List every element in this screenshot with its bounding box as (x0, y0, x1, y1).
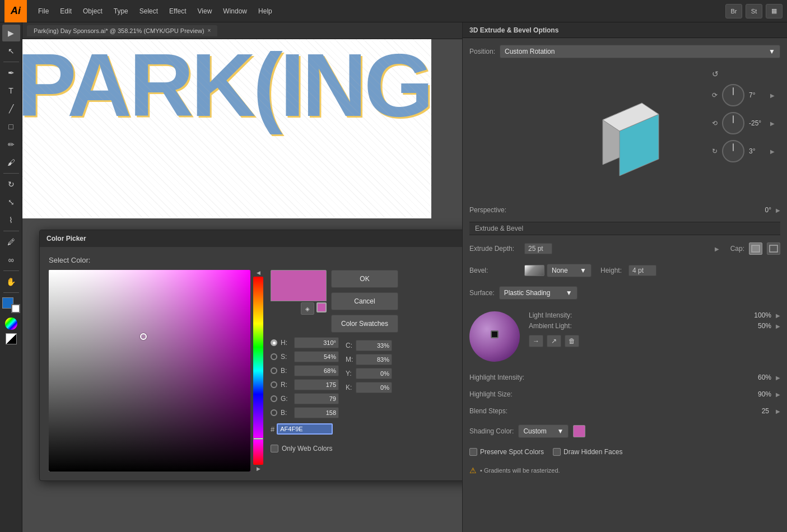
cap-btn-2[interactable] (767, 242, 780, 255)
draw-hidden-label: Draw Hidden Faces (564, 448, 622, 456)
bevel-select[interactable]: None ▼ (547, 264, 592, 277)
position-select[interactable]: Custom Rotation ▼ (500, 45, 780, 58)
eyedropper-tool[interactable]: 🖉 (2, 234, 20, 250)
b-input[interactable] (294, 365, 339, 376)
pen-tool[interactable]: ✒ (2, 64, 20, 81)
perspective-chevron[interactable]: ▶ (776, 207, 780, 213)
rotation-dial-2[interactable] (722, 112, 744, 134)
scale-tool[interactable]: ⤡ (2, 194, 20, 211)
light-intensity-chevron[interactable]: ▶ (776, 312, 780, 319)
ambient-light-chevron[interactable]: ▶ (776, 323, 780, 329)
r-radio[interactable] (271, 381, 277, 388)
rect-tool[interactable]: □ (2, 118, 20, 135)
cap-btn-1[interactable] (749, 242, 762, 255)
doc-tab-close[interactable]: × (208, 27, 211, 34)
m-input[interactable] (356, 354, 392, 365)
light-sphere[interactable] (469, 311, 520, 362)
gradient-swatch[interactable] (6, 333, 17, 344)
gradient-picker[interactable] (49, 270, 250, 472)
hand-tool[interactable]: ✋ (2, 273, 20, 290)
bridge-icon-btn[interactable]: Br (725, 4, 742, 18)
rotation-dial-3[interactable] (722, 140, 744, 162)
cancel-button[interactable]: Cancel (331, 292, 398, 310)
gradient-field[interactable] (49, 270, 250, 472)
only-web-colors-checkbox[interactable] (271, 445, 278, 452)
extrude-depth-chevron[interactable]: ▶ (715, 246, 719, 252)
y-input[interactable] (356, 368, 392, 379)
s-input[interactable] (294, 351, 339, 362)
h-radio[interactable] (271, 339, 277, 346)
surface-select[interactable]: Plastic Shading ▼ (499, 286, 578, 300)
extrude-depth-value[interactable]: 25 pt (524, 243, 552, 254)
pencil-tool[interactable]: ✏ (2, 136, 20, 153)
k-row: K: (346, 382, 392, 393)
light-dot[interactable] (491, 330, 499, 338)
hex-input[interactable] (277, 423, 333, 435)
line-tool[interactable]: ╱ (2, 100, 20, 117)
menu-type[interactable]: Type (109, 5, 133, 17)
warp-tool[interactable]: ⌇ (2, 212, 20, 228)
rot2-chevron[interactable]: ▶ (770, 120, 775, 127)
highlight-size-chevron[interactable]: ▶ (776, 391, 780, 398)
stock-icon-btn[interactable]: St (746, 4, 762, 18)
b2-radio[interactable] (271, 409, 277, 416)
3d-cube-icon-btn[interactable]: ◈ (301, 302, 314, 315)
swatch-area: ◈ (271, 270, 327, 315)
rot-reset-icon[interactable]: ↺ (712, 69, 719, 78)
hue-bar[interactable] (253, 277, 263, 465)
preserve-spot-checkbox[interactable] (469, 448, 477, 456)
blend-tool[interactable]: ∞ (2, 251, 20, 268)
ok-button[interactable]: OK (331, 270, 398, 288)
right-inputs: C: M: Y: (346, 337, 392, 435)
blend-steps-chevron[interactable]: ▶ (776, 408, 780, 414)
color-wheel[interactable] (5, 318, 17, 330)
light-delete-btn[interactable]: 🗑 (565, 335, 579, 347)
light-actions: → ↗ 🗑 (529, 335, 780, 347)
type-tool[interactable]: T (2, 82, 20, 99)
select-tool[interactable]: ▶ (2, 25, 20, 41)
paint-tool[interactable]: 🖌 (2, 154, 20, 171)
rotate-tool[interactable]: ↻ (2, 176, 20, 193)
hue-arrow-right[interactable]: ▶ (257, 466, 260, 472)
rot1-chevron[interactable]: ▶ (770, 92, 775, 99)
menu-help[interactable]: Help (254, 5, 277, 17)
rot3-chevron[interactable]: ▶ (770, 148, 775, 155)
fill-stroke-area[interactable] (2, 297, 20, 313)
hex-row: # (271, 423, 339, 435)
left-inputs: H: S: (271, 337, 339, 435)
direct-select-tool[interactable]: ↖ (2, 43, 20, 59)
h-input[interactable] (294, 337, 339, 348)
b-radio[interactable] (271, 367, 277, 374)
color-swatches-button[interactable]: Color Swatches (331, 315, 398, 333)
menu-file[interactable]: File (34, 5, 53, 17)
stroke-swatch[interactable] (11, 304, 20, 313)
light-add-btn[interactable]: → (529, 335, 543, 347)
gradient-cursor[interactable] (140, 333, 147, 340)
highlight-intensity-chevron[interactable]: ▶ (776, 375, 780, 381)
k-input[interactable] (356, 382, 392, 393)
position-chevron: ▼ (769, 48, 775, 55)
light-move-btn[interactable]: ↗ (547, 335, 561, 347)
hue-arrow-left[interactable]: ◀ (257, 270, 260, 276)
height-value[interactable]: 4 pt (628, 265, 656, 276)
menu-select[interactable]: Select (135, 5, 162, 17)
g-input[interactable] (294, 393, 339, 404)
b2-input[interactable] (294, 407, 339, 418)
shading-color-select[interactable]: Custom ▼ (518, 424, 569, 438)
s-radio[interactable] (271, 353, 277, 360)
cap-filled-icon (751, 245, 760, 253)
r-input[interactable] (294, 379, 339, 390)
menu-window[interactable]: Window (218, 5, 252, 17)
menu-object[interactable]: Object (78, 5, 107, 17)
rotation-dial-1[interactable] (722, 84, 744, 106)
menu-edit[interactable]: Edit (55, 5, 76, 17)
shading-color-swatch[interactable] (573, 425, 585, 437)
g-radio[interactable] (271, 395, 277, 402)
menu-view[interactable]: View (193, 5, 217, 17)
light-sphere-area: Light Intensity: 100% ▶ Ambient Light: 5… (469, 307, 780, 366)
doc-tab[interactable]: Park(ing) Day Sponsors.ai* @ 358.21% (CM… (27, 25, 217, 36)
menu-effect[interactable]: Effect (165, 5, 190, 17)
workspace-icon-btn[interactable]: ▦ (766, 4, 783, 18)
c-input[interactable] (356, 340, 392, 351)
draw-hidden-checkbox[interactable] (553, 448, 561, 456)
